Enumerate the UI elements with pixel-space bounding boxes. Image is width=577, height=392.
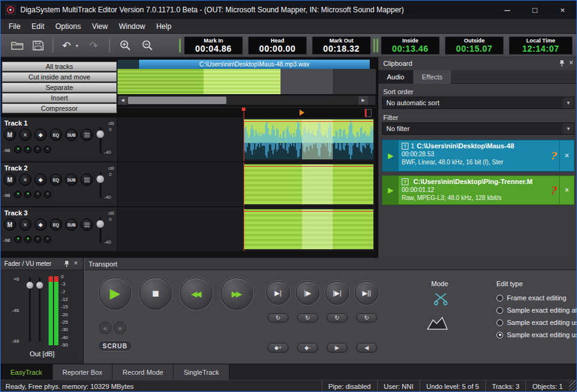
loop-button[interactable]: ↻ [327, 313, 348, 322]
ruler-play-marker[interactable] [300, 110, 304, 116]
play-button[interactable]: ▶ [99, 278, 131, 310]
pin-icon[interactable] [559, 60, 565, 69]
loop-button[interactable]: ↻ [297, 313, 318, 322]
clipboard-entry[interactable]: ▶ T 1 C:\Users\nin\Desktop\Maus-48 00:00… [382, 140, 575, 172]
track-menu-button[interactable] [81, 129, 93, 141]
ruler-end-marker[interactable] [365, 109, 372, 117]
minimize-button[interactable]: ─ [493, 1, 521, 19]
play-selection-button[interactable]: |▶| [325, 281, 349, 305]
edit-type-option[interactable]: Sample exact editing at [496, 306, 577, 314]
track-knob[interactable] [34, 191, 41, 198]
audio-clip[interactable] [244, 119, 373, 159]
menu-file[interactable]: File [3, 20, 26, 33]
chevron-down-icon[interactable]: ▾ [563, 123, 574, 134]
ruler-cursor-flag[interactable] [242, 108, 245, 111]
entry-close-button[interactable]: × [559, 140, 574, 171]
edit-type-radio-1[interactable] [496, 307, 503, 314]
tab-effects[interactable]: Effects [413, 70, 451, 84]
track-knob[interactable] [34, 146, 41, 153]
out-fader-knob[interactable] [26, 281, 34, 289]
pin-icon[interactable] [64, 260, 70, 270]
zoom-out-button[interactable] [140, 38, 156, 53]
clip-gain-line[interactable] [244, 121, 373, 122]
envelope-mode-icon[interactable] [427, 316, 448, 332]
undo-button[interactable]: ↶ [58, 38, 74, 53]
pan-button[interactable]: ◆ [34, 218, 47, 231]
clip-gain-line[interactable] [244, 211, 373, 212]
edit-type-radio-3[interactable] [496, 332, 503, 338]
play-from-cursor-button[interactable]: |▶ [296, 281, 319, 305]
tool-button-insert[interactable]: Insert [2, 93, 117, 103]
play-icon[interactable]: ▶ [383, 176, 399, 204]
clip-gain-line[interactable] [244, 166, 373, 167]
menu-options[interactable]: Options [50, 20, 86, 33]
track-lane[interactable] [117, 162, 375, 206]
track-knob[interactable] [24, 146, 31, 153]
rewind-button[interactable]: ◀◀ [180, 278, 212, 310]
fast-forward-button[interactable]: ▶▶ [221, 278, 253, 310]
speaker-off-button[interactable]: × [19, 174, 31, 186]
audio-clip[interactable] [244, 164, 373, 204]
menu-edit[interactable]: Edit [26, 20, 50, 33]
play-icon[interactable]: ▶ [383, 140, 399, 171]
loop-button[interactable]: ↻ [356, 313, 377, 322]
next-button[interactable]: » [114, 322, 126, 334]
mute-button[interactable]: M [4, 129, 16, 141]
pan-button[interactable]: ◆ [34, 129, 47, 141]
eq-button[interactable]: EQ [50, 129, 62, 141]
tool-button-all-tracks[interactable]: All tracks [2, 62, 117, 71]
edit-type-option[interactable]: Sample exact editing us [496, 318, 577, 327]
speaker-off-button[interactable]: × [19, 129, 31, 141]
tool-button-separate[interactable]: Separate [2, 82, 117, 92]
marker-add-button[interactable]: ◆+ [268, 343, 288, 353]
marker-next-button[interactable]: ▶ [327, 343, 348, 353]
track-knob[interactable] [34, 236, 41, 243]
track-lane[interactable] [117, 207, 375, 251]
track-knob[interactable] [14, 236, 22, 243]
play-pause-button[interactable]: ▶|| [355, 281, 378, 305]
fader-knob[interactable] [96, 175, 105, 183]
open-folder-button[interactable] [9, 38, 25, 53]
track-knob[interactable] [44, 146, 51, 153]
track-knob[interactable] [44, 236, 51, 243]
timeline-ruler[interactable] [117, 107, 376, 118]
tab-singletrack[interactable]: SingleTrack [173, 364, 229, 380]
chevron-down-icon[interactable]: ▾ [563, 97, 574, 108]
scroll-right-arrow[interactable]: ▶ [359, 96, 368, 105]
edit-type-radio-0[interactable] [496, 295, 503, 302]
marker-previous-button[interactable]: ◀ [356, 343, 377, 353]
scrub-button[interactable]: SCRUB [98, 340, 132, 351]
entry-close-button[interactable]: × [559, 176, 574, 204]
mute-button[interactable]: M [4, 174, 16, 186]
tab-record-mode[interactable]: Record Mode [113, 364, 173, 380]
tab-audio[interactable]: Audio [378, 70, 413, 84]
tab-reporter-box[interactable]: Reporter Box [53, 364, 113, 380]
overview-waveform-strip[interactable] [117, 69, 376, 94]
pan-button[interactable]: ◆ [34, 174, 47, 186]
track-knob[interactable] [24, 236, 31, 243]
out-fader-knob[interactable] [36, 281, 44, 289]
tool-button-cut-inside-and-move[interactable]: Cut inside and move [2, 72, 117, 82]
stop-button[interactable]: ■ [140, 278, 172, 310]
edit-type-radio-2[interactable] [496, 319, 503, 326]
tool-button-compressor[interactable]: Compressor [2, 103, 117, 113]
fader-knob[interactable] [96, 130, 105, 138]
marker-remove-button[interactable]: ◆- [297, 343, 318, 353]
redo-button[interactable]: ↷ [86, 38, 101, 53]
sub-button[interactable]: SUB [65, 218, 78, 231]
scroll-left-arrow[interactable]: ◀ [118, 96, 127, 105]
undo-dropdown-button[interactable]: ▾ [73, 38, 81, 53]
sub-button[interactable]: SUB [65, 129, 78, 141]
zoom-in-button[interactable] [117, 38, 133, 53]
loop-button[interactable]: ↻ [268, 313, 288, 322]
track-knob[interactable] [44, 191, 51, 198]
sort-order-select[interactable]: No automatic sort ▾ [382, 97, 575, 109]
edit-type-option[interactable]: Frame exact editing [496, 294, 577, 302]
scrollbar-thumb[interactable] [128, 97, 226, 104]
track-menu-button[interactable] [81, 218, 93, 231]
overview-file-title[interactable]: C:\Users\nin\Desktop\Maus-48.mp3.wav [139, 60, 370, 69]
track-knob[interactable] [24, 191, 31, 198]
menu-help[interactable]: Help [151, 20, 177, 33]
menu-window[interactable]: Window [113, 20, 151, 33]
clipboard-entry[interactable]: ▶ T C:\Users\nin\Desktop\Ping-Trenner.M … [382, 175, 575, 205]
